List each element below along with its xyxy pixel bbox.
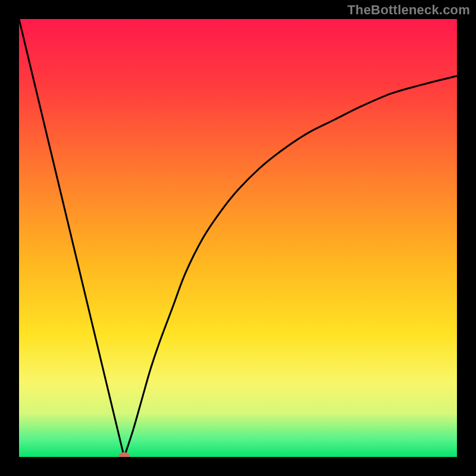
watermark-text: TheBottleneck.com (347, 2, 470, 18)
plot-area (19, 19, 457, 457)
chart-frame: TheBottleneck.com (0, 0, 476, 476)
chart-svg (19, 19, 457, 457)
gradient-background (19, 19, 457, 457)
